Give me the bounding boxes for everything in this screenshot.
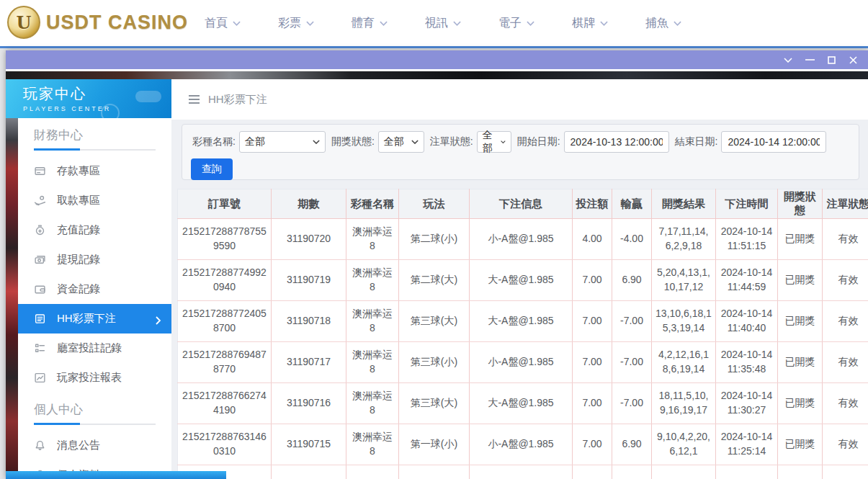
- close-button[interactable]: [842, 50, 864, 69]
- logo-text: USDT CASINO: [46, 12, 188, 34]
- minimize-icon: [805, 59, 815, 61]
- column-header: 期數: [272, 189, 346, 219]
- order-status-label: 注單狀態:: [430, 135, 473, 148]
- table-cell: 31190718: [272, 301, 346, 342]
- column-header: 投注額: [573, 189, 612, 219]
- funds-wallet-icon: [34, 283, 46, 295]
- table-cell: 2024-10-14 11:51:15: [716, 219, 778, 260]
- table-cell: 31190717: [272, 342, 346, 383]
- table-cell: 7,17,11,14,6,2,9,18: [652, 219, 716, 260]
- chevron-down-icon: [313, 140, 320, 144]
- chevron-down-icon: [674, 21, 681, 26]
- brand-logo[interactable]: U USDT CASINO: [7, 6, 188, 39]
- nav-item[interactable]: 體育: [352, 16, 388, 31]
- table-cell: 已開獎: [778, 424, 823, 465]
- menu-icon[interactable]: [189, 95, 200, 104]
- banner-strip: [6, 71, 868, 79]
- table-row: 215217288774992094031190719澳洲幸运8第二球(大)大-…: [178, 260, 868, 301]
- table-cell: 2024-10-14 11:40:40: [716, 301, 778, 342]
- table-cell: 18,11,5,10,9,16,19,17: [652, 383, 716, 424]
- draw-status-select[interactable]: 全部: [378, 131, 424, 153]
- report-chart-icon: [34, 372, 46, 384]
- gamepad-icon: [133, 85, 164, 107]
- end-date-input[interactable]: [721, 131, 826, 153]
- table-cell: 有效: [823, 260, 868, 301]
- sidebar-item[interactable]: 廳室投註記錄: [18, 333, 171, 363]
- top-nav: 首頁彩票體育視訊電子棋牌捕魚: [186, 0, 700, 46]
- sidebar-item[interactable]: 存款專區: [18, 156, 171, 186]
- table-cell: 2152172887662744190: [178, 383, 272, 424]
- table-cell: 第一球(小): [399, 424, 470, 465]
- chevron-down-icon: [306, 21, 314, 26]
- room-clipboard-icon: [34, 342, 46, 354]
- lottery-name-select[interactable]: 全部: [239, 131, 326, 153]
- column-header: 注單狀態: [823, 189, 868, 219]
- table-cell: 澳洲幸运8: [346, 219, 399, 260]
- sidebar-header: 玩家中心 PLAYERS CENTER: [6, 79, 171, 118]
- coin-logo-icon: U: [7, 6, 40, 39]
- table-cell: [716, 465, 778, 479]
- sidebar-item[interactable]: 玩家投注報表: [18, 363, 171, 393]
- table-cell: 第二球(小): [399, 219, 470, 260]
- nav-item[interactable]: 首頁: [205, 16, 241, 31]
- nav-item-label: 體育: [352, 16, 375, 31]
- background-photo-strip: [6, 118, 18, 479]
- maximize-button[interactable]: [820, 50, 842, 69]
- table-cell: 有效: [823, 219, 868, 260]
- table-cell: 澳洲幸运8: [346, 301, 399, 342]
- table-cell: 澳洲幸运8: [346, 424, 399, 465]
- table-cell: 已開獎: [778, 301, 823, 342]
- sidebar-item[interactable]: 消息公告: [18, 431, 171, 460]
- sidebar-item[interactable]: 充值記錄: [18, 215, 171, 245]
- table-row: 215217288763146031031190715澳洲幸运8第一球(小)小-…: [178, 424, 868, 465]
- table-cell: 2024-10-14 11:35:48: [716, 342, 778, 383]
- collapse-button[interactable]: [777, 50, 799, 69]
- lottery-name-label: 彩種名稱:: [192, 135, 236, 148]
- table-cell: 2024-10-14 11:44:59: [716, 260, 778, 301]
- table-cell: 澳洲幸运8: [346, 342, 399, 383]
- section-divider: [34, 149, 156, 151]
- nav-item[interactable]: 捕魚: [645, 16, 681, 31]
- start-date-label: 開始日期:: [517, 135, 560, 148]
- nav-item[interactable]: 棋牌: [572, 16, 608, 31]
- close-icon: [849, 56, 857, 64]
- table-cell: 小-A盤@1.985: [470, 342, 573, 383]
- order-status-select[interactable]: 全部: [477, 131, 511, 153]
- table-cell: 4,2,12,16,18,6,19,14: [652, 342, 716, 383]
- sidebar-item-label: 存款專區: [57, 164, 100, 178]
- minimize-button[interactable]: [799, 50, 820, 69]
- chevron-down-icon: [501, 140, 506, 144]
- table-cell: 5,20,4,13,1,10,17,12: [652, 260, 716, 301]
- sidebar-item[interactable]: 提現記錄: [18, 245, 171, 274]
- select-value: 全部: [483, 129, 496, 155]
- top-bar: U USDT CASINO 首頁彩票體育視訊電子棋牌捕魚: [0, 0, 868, 46]
- bet-table-wrap: 訂單號期數彩種名稱玩法下注信息投注額輸贏開獎結果下注時間開獎狀態注單狀態 215…: [177, 189, 868, 479]
- table-cell: 2152172887787559590: [178, 219, 272, 260]
- sidebar-item-label: 充值記錄: [57, 223, 100, 237]
- nav-item[interactable]: 彩票: [278, 16, 314, 31]
- chevron-down-icon: [600, 21, 608, 26]
- search-button[interactable]: 查詢: [191, 158, 233, 180]
- table-cell: 有效: [823, 342, 868, 383]
- window-titlebar: [6, 50, 868, 69]
- table-row-partial: [178, 465, 868, 479]
- sidebar-item[interactable]: 資金記錄: [18, 274, 171, 304]
- recharge-bag-icon: [34, 224, 46, 236]
- chevron-down-icon: [527, 21, 534, 26]
- sidebar-item[interactable]: 取款專區: [18, 186, 171, 215]
- nav-item[interactable]: 視訊: [425, 16, 461, 31]
- nav-item[interactable]: 電子: [498, 16, 534, 31]
- table-cell: 第三球(大): [399, 301, 470, 342]
- table-cell: 已開獎: [778, 219, 823, 260]
- nav-item-label: 彩票: [278, 16, 301, 31]
- table-cell: [778, 465, 823, 479]
- table-cell: 已開獎: [778, 260, 823, 301]
- table-cell: 第三球(小): [399, 342, 470, 383]
- table-cell: 13,10,6,18,15,3,19,14: [652, 301, 716, 342]
- draw-status-label: 開獎狀態:: [331, 135, 375, 148]
- start-date-input[interactable]: [564, 131, 669, 153]
- table-cell: 有效: [823, 383, 868, 424]
- sidebar-item[interactable]: HH彩票下注: [18, 304, 171, 333]
- table-cell: 7.00: [573, 301, 612, 342]
- player-center-window: 玩家中心 PLAYERS CENTER 財務中心存款專區取款專區充值記錄提現記錄…: [6, 50, 868, 479]
